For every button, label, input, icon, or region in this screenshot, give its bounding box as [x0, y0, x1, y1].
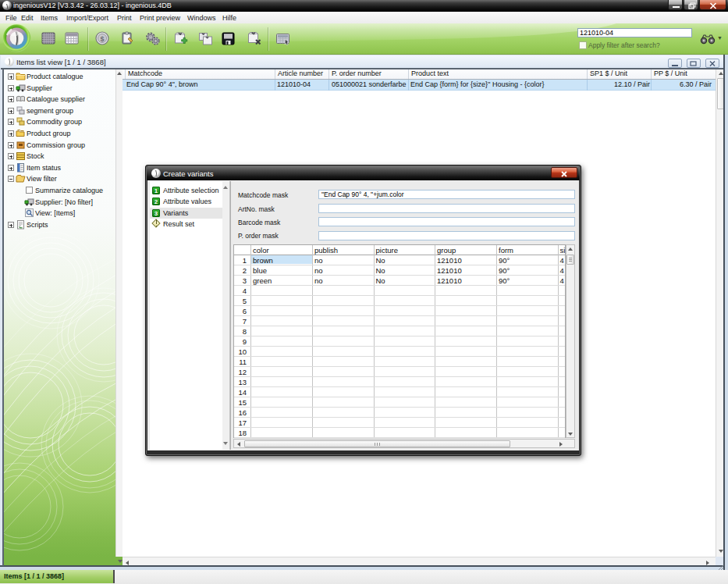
- svg-text:$: $: [100, 35, 104, 43]
